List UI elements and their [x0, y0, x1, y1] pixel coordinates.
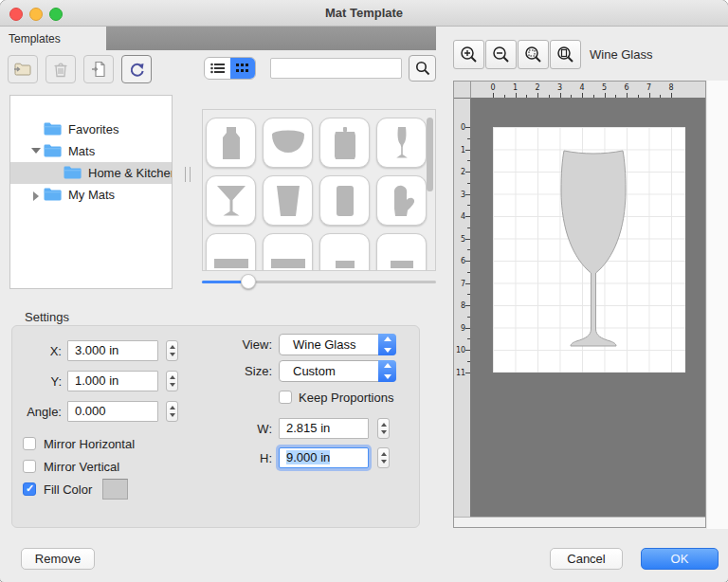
preview-vertical-scrollbar-track[interactable] [707, 81, 728, 529]
size-dropdown[interactable]: Custom [279, 360, 396, 382]
x-field[interactable]: 3.000 in [67, 340, 158, 361]
dropdown-arrows-icon [378, 360, 396, 382]
search-icon [415, 61, 430, 76]
tile-partial[interactable] [206, 233, 256, 271]
tab-templates[interactable]: Templates [0, 27, 106, 51]
settings-title: Settings [25, 310, 69, 324]
zoom-selection-icon [524, 45, 542, 64]
refresh-button[interactable] [121, 55, 152, 83]
cancel-button[interactable]: Cancel [550, 548, 623, 570]
wine-glass-shape[interactable] [560, 147, 627, 352]
view-toggle [204, 57, 256, 80]
zoom-in-icon [460, 45, 478, 64]
disclosure-collapsed-icon[interactable] [33, 191, 39, 201]
w-field[interactable]: 2.815 in [279, 418, 369, 439]
tile-shaker-bottle[interactable] [206, 118, 256, 168]
template-folder-tree: Favorites Mats Home & Kitcher My Mats [9, 95, 173, 289]
h-label: H: [234, 451, 272, 465]
zoom-in-button[interactable] [453, 40, 484, 69]
preview-title: Wine Glass [590, 47, 652, 62]
ok-button[interactable]: OK [641, 548, 719, 570]
y-label: Y: [24, 374, 62, 389]
size-dropdown-value: Custom [293, 364, 336, 378]
tile-cup[interactable] [263, 175, 313, 226]
zoom-page-icon [556, 45, 574, 64]
tab-bar-filler [106, 27, 436, 50]
tile-partial[interactable] [319, 233, 370, 271]
tile-martini-glass[interactable] [206, 175, 256, 226]
import-file-button[interactable] [83, 55, 114, 83]
angle-label: Angle: [14, 405, 62, 419]
grid-scrollbar[interactable] [427, 118, 433, 191]
grid-view-button[interactable] [230, 58, 256, 79]
import-folder-icon [13, 62, 32, 77]
search-input[interactable] [270, 58, 402, 79]
preview-panel: 012345678 01234567891011 [453, 81, 706, 528]
h-ruler: 012345678 [471, 82, 705, 99]
zoom-page-button[interactable] [550, 40, 581, 69]
zoom-selection-button[interactable] [518, 40, 549, 69]
folder-icon [44, 122, 62, 136]
tree-item-favorites[interactable]: Favorites [10, 118, 172, 140]
h-field-selected-text: 9.000 in [286, 450, 330, 464]
list-view-icon [210, 63, 225, 74]
mirror-vertical-checkbox[interactable] [23, 460, 36, 473]
tree-item-my-mats[interactable]: My Mats [10, 184, 172, 206]
slider-thumb[interactable] [241, 274, 256, 289]
keep-proportions-label: Keep Proportions [299, 391, 393, 405]
tile-partial[interactable] [263, 233, 313, 271]
panel-splitter-handle[interactable] [185, 167, 191, 182]
list-view-button[interactable] [205, 58, 230, 79]
mat-canvas[interactable] [471, 99, 705, 506]
angle-stepper[interactable] [166, 401, 178, 422]
keep-proportions-checkbox[interactable] [279, 391, 292, 404]
v-ruler: 01234567891011 [454, 99, 471, 518]
tile-bowl[interactable] [263, 118, 313, 168]
tree-item-mats[interactable]: Mats [10, 140, 172, 162]
tile-can[interactable] [319, 175, 370, 226]
tile-oven-mitt[interactable] [376, 175, 427, 226]
view-dropdown[interactable]: Wine Glass [279, 334, 396, 355]
template-grid [202, 109, 436, 271]
y-field[interactable]: 1.000 in [67, 371, 158, 391]
preview-horizontal-scrollbar[interactable] [454, 517, 705, 527]
thumbnail-size-slider[interactable] [202, 274, 436, 289]
window-title: Mat Template [0, 6, 728, 20]
trash-icon [53, 62, 68, 78]
folder-icon [44, 144, 62, 157]
angle-field[interactable]: 0.000 [67, 401, 158, 422]
h-stepper[interactable] [377, 447, 390, 468]
x-stepper[interactable] [166, 340, 178, 361]
folder-icon [44, 188, 62, 201]
fill-color-label: Fill Color [44, 482, 92, 497]
folder-icon [64, 166, 82, 179]
zoom-out-button[interactable] [485, 40, 517, 69]
tree-item-home-kitchen[interactable]: Home & Kitcher [10, 162, 172, 184]
search-button[interactable] [409, 55, 436, 82]
mirror-vertical-label: Mirror Vertical [44, 460, 119, 474]
tile-canister[interactable] [319, 118, 370, 168]
w-label: W: [234, 422, 272, 436]
x-label: X: [24, 344, 62, 358]
tile-partial[interactable] [376, 233, 427, 271]
disclosure-expanded-icon[interactable] [31, 148, 41, 154]
grid-view-icon [236, 64, 249, 74]
import-folder-button[interactable] [8, 55, 38, 83]
h-field[interactable]: 9.000 in [279, 447, 369, 468]
import-file-icon [91, 61, 107, 78]
remove-button[interactable]: Remove [21, 548, 95, 570]
delete-button[interactable] [46, 55, 76, 83]
ruler-corner [454, 82, 471, 99]
fill-color-checkbox[interactable] [23, 482, 36, 496]
y-stepper[interactable] [166, 371, 178, 391]
zoom-out-icon [492, 45, 510, 64]
w-stepper[interactable] [377, 418, 390, 439]
mirror-horizontal-checkbox[interactable] [23, 437, 36, 450]
cutting-mat[interactable] [493, 127, 685, 373]
tile-champagne-flute[interactable] [376, 118, 427, 168]
mirror-horizontal-label: Mirror Horizontal [44, 437, 135, 451]
fill-color-swatch[interactable] [102, 479, 128, 500]
title-bar: Mat Template [0, 0, 728, 27]
dropdown-arrows-icon [378, 334, 396, 355]
tree-item-label: Home & Kitcher [10, 162, 172, 184]
